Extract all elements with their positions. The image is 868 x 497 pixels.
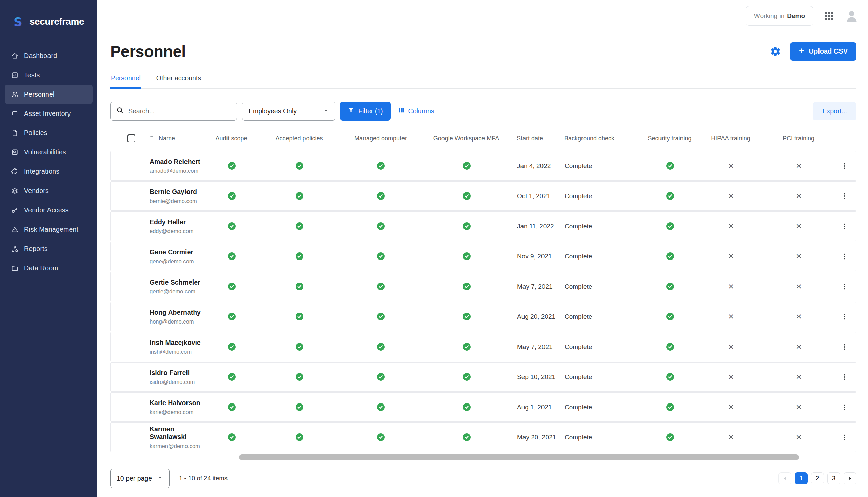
- check-icon: [227, 282, 236, 291]
- sidebar-item-policies[interactable]: Policies: [5, 123, 93, 143]
- sidebar-item-personnel[interactable]: Personnel: [5, 85, 93, 104]
- row-actions-cell: [831, 332, 857, 361]
- cell-start-date: May 7, 2021: [516, 272, 563, 301]
- scope-select[interactable]: Employees Only: [242, 102, 335, 120]
- table-row[interactable]: Amado Reichertamado@demo.comJan 4, 2022C…: [110, 151, 856, 181]
- personnel-table: Name Audit scopeAccepted policiesManaged…: [110, 129, 856, 460]
- app-window: S secureframe DashboardTestsPersonnelAss…: [0, 0, 868, 497]
- sidebar-item-risk-management[interactable]: Risk Management: [5, 220, 93, 239]
- page-button-2[interactable]: 2: [811, 472, 824, 484]
- table-row[interactable]: Karmen Swaniawskikarmen@demo.comMay 20, …: [110, 423, 856, 452]
- cell-accepted-policies: [254, 393, 344, 422]
- personnel-name-cell: Karmen Swaniawskikarmen@demo.com: [111, 423, 209, 452]
- personnel-icon: [11, 90, 19, 99]
- cell-background-check: Complete: [563, 332, 645, 361]
- table-row[interactable]: Hong Abernathyhong@demo.comAug 20, 2021C…: [110, 302, 856, 331]
- personnel-name: Hong Abernathy: [150, 309, 201, 316]
- column-header-hipaa-training: HIPAA training: [695, 135, 766, 142]
- row-menu-button[interactable]: [838, 397, 851, 417]
- select-all-checkbox[interactable]: [127, 134, 135, 142]
- cell-hipaa-training: ✕: [695, 242, 767, 271]
- cell-value: Jan 4, 2022: [517, 162, 551, 170]
- row-actions-cell: [831, 152, 857, 180]
- check-icon: [462, 191, 471, 201]
- sidebar-item-asset-inventory[interactable]: Asset Inventory: [5, 104, 93, 123]
- gear-icon[interactable]: [770, 46, 781, 57]
- check-icon: [227, 342, 236, 351]
- sidebar-item-label: Tests: [24, 71, 40, 79]
- row-menu-button[interactable]: [838, 276, 851, 297]
- cell-audit-scope: [209, 393, 254, 422]
- cell-value: Jan 11, 2022: [517, 223, 554, 230]
- user-avatar[interactable]: [845, 9, 859, 23]
- workspace-switcher[interactable]: Working in Demo: [746, 6, 813, 26]
- check-icon: [462, 252, 471, 261]
- cell-background-check: Complete: [563, 242, 645, 271]
- name-sort-control[interactable]: Name: [149, 134, 175, 142]
- x-icon: ✕: [796, 373, 802, 381]
- cell-value: Complete: [565, 343, 592, 351]
- cell-security-training: [645, 242, 695, 271]
- table-row[interactable]: Isidro Farrellisidro@demo.comSep 10, 202…: [110, 362, 856, 392]
- upload-csv-label: Upload CSV: [809, 47, 848, 55]
- row-menu-button[interactable]: [838, 307, 851, 327]
- cell-security-training: [645, 182, 695, 210]
- sidebar-item-vendors[interactable]: Vendors: [5, 181, 93, 201]
- table-row[interactable]: Eddy Hellereddy@demo.comJan 11, 2022Comp…: [110, 211, 856, 241]
- table-row[interactable]: Gertie Schmelergertie@demo.comMay 7, 202…: [110, 272, 856, 301]
- check-icon: [227, 432, 236, 442]
- x-icon: ✕: [796, 283, 802, 291]
- x-icon: ✕: [796, 313, 802, 321]
- cell-security-training: [645, 152, 695, 180]
- sidebar-item-reports[interactable]: Reports: [5, 239, 93, 258]
- sidebar-item-tests[interactable]: Tests: [5, 66, 93, 85]
- row-menu-button[interactable]: [838, 186, 851, 206]
- cell-start-date: Aug 20, 2021: [516, 302, 563, 331]
- personnel-name-cell: Hong Abernathyhong@demo.com: [111, 302, 209, 331]
- check-icon: [376, 222, 386, 231]
- row-menu-button[interactable]: [838, 367, 851, 387]
- per-page-select[interactable]: 10 per page: [110, 469, 169, 488]
- sidebar-item-vendor-access[interactable]: Vendor Access: [5, 201, 93, 220]
- filter-button[interactable]: Filter (1): [340, 102, 390, 120]
- cell-audit-scope: [209, 242, 254, 271]
- row-menu-button[interactable]: [838, 246, 851, 267]
- row-menu-button[interactable]: [838, 156, 851, 176]
- sidebar-item-integrations[interactable]: Integrations: [5, 162, 93, 181]
- upload-csv-button[interactable]: + Upload CSV: [790, 42, 856, 61]
- prev-page-button[interactable]: [779, 472, 791, 484]
- table-row[interactable]: Gene Cormiergene@demo.comNov 9, 2021Comp…: [110, 242, 856, 271]
- scrollbar-thumb[interactable]: [239, 454, 799, 460]
- cell-start-date: Nov 9, 2021: [516, 242, 563, 271]
- x-icon: ✕: [728, 192, 734, 200]
- table-row[interactable]: Bernie Gaylordbernie@demo.comOct 1, 2021…: [110, 181, 856, 211]
- cell-value: Complete: [565, 223, 592, 230]
- next-page-button[interactable]: [844, 472, 856, 484]
- cell-audit-scope: [209, 212, 254, 241]
- sidebar-item-data-room[interactable]: Data Room: [5, 258, 93, 278]
- cell-google-workspace-mfa: [417, 272, 516, 301]
- check-icon: [295, 372, 304, 382]
- topbar: Working in Demo: [97, 0, 868, 32]
- column-header-security-training: Security training: [644, 135, 695, 142]
- search-input[interactable]: [128, 108, 231, 115]
- apps-grid-icon[interactable]: [824, 11, 834, 21]
- check-icon: [295, 432, 304, 442]
- page-button-3[interactable]: 3: [827, 472, 840, 484]
- cell-google-workspace-mfa: [417, 152, 516, 180]
- row-menu-button[interactable]: [838, 337, 851, 357]
- sidebar-item-dashboard[interactable]: Dashboard: [5, 46, 93, 66]
- table-row[interactable]: Irish Macejkovicirish@demo.comMay 7, 202…: [110, 332, 856, 361]
- row-menu-button[interactable]: [838, 216, 851, 237]
- page-button-1[interactable]: 1: [795, 472, 808, 484]
- table-row[interactable]: Karie Halvorsonkarie@demo.comAug 1, 2021…: [110, 392, 856, 422]
- cell-background-check: Complete: [563, 182, 645, 210]
- pagination: 10 per page 1 - 10 of 24 items 123: [110, 469, 856, 488]
- export-button[interactable]: Export...: [813, 102, 856, 120]
- cell-background-check: Complete: [563, 393, 645, 422]
- tab-personnel[interactable]: Personnel: [110, 74, 141, 89]
- row-menu-button[interactable]: [838, 427, 851, 448]
- tab-other-accounts[interactable]: Other accounts: [156, 74, 202, 89]
- sidebar-item-vulnerabilities[interactable]: Vulnerabilities: [5, 143, 93, 162]
- columns-button[interactable]: Columns: [398, 107, 434, 115]
